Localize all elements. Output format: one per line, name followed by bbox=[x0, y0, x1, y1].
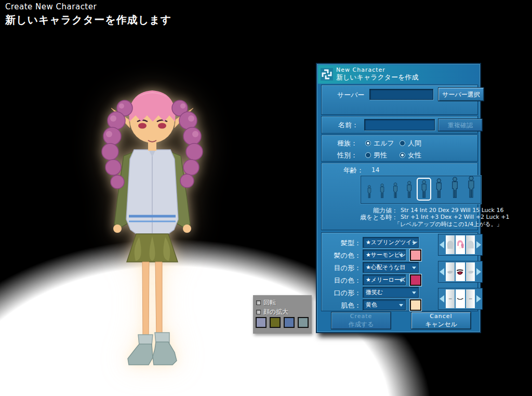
chevron-down-icon bbox=[399, 254, 403, 257]
page-title-en: Create New Character bbox=[5, 2, 171, 11]
arrow-left-icon[interactable] bbox=[438, 261, 445, 282]
screen: Create New Character 新しいキャラクターを作成します New… bbox=[0, 0, 532, 396]
rotate-checkbox[interactable]: 回転 bbox=[256, 298, 276, 307]
character-render bbox=[66, 68, 238, 369]
name-input[interactable] bbox=[364, 119, 435, 130]
checkbox-icon bbox=[256, 300, 261, 305]
hair-preview-prev bbox=[446, 235, 455, 254]
age-figure[interactable] bbox=[389, 180, 402, 201]
dialog-title-en: New Character bbox=[336, 67, 418, 74]
age-figure[interactable] bbox=[402, 179, 416, 201]
mouth-preview-next bbox=[466, 289, 475, 308]
gender-label: 性別： bbox=[337, 151, 357, 160]
race-option-human[interactable]: 人間 bbox=[400, 139, 421, 148]
eye-preview-current bbox=[456, 262, 464, 281]
new-character-dialog: New Character 新しいキャラクターを作成 サーバー サーバー選択 名… bbox=[316, 63, 481, 333]
person-icon bbox=[392, 182, 399, 199]
server-input[interactable] bbox=[369, 89, 433, 100]
age-figure[interactable] bbox=[463, 174, 480, 201]
dialog-header: New Character 新しいキャラクターを作成 bbox=[318, 65, 479, 84]
hair-style-dropdown[interactable]: ★スプリングツインテール bbox=[363, 237, 419, 248]
gender-option-male[interactable]: 男性 bbox=[365, 151, 387, 160]
chevron-down-icon bbox=[399, 279, 403, 282]
chevron-down-icon bbox=[412, 292, 416, 294]
background-color-swatch[interactable] bbox=[256, 317, 267, 328]
age-value: 14 bbox=[371, 166, 379, 174]
race-option-elf[interactable]: エルフ bbox=[365, 139, 394, 148]
hair-preview-carousel bbox=[438, 234, 483, 256]
server-section: サーバー サーバー選択 bbox=[321, 85, 478, 115]
radio-icon bbox=[400, 140, 405, 146]
mouth-ghost-image bbox=[446, 296, 455, 301]
hair-preview-next bbox=[466, 235, 475, 254]
mouth-preview-prev bbox=[446, 289, 455, 308]
duplicate-check-button[interactable]: 重複確認 bbox=[438, 119, 482, 131]
age-figure[interactable] bbox=[363, 183, 376, 201]
mouth-preview-current bbox=[456, 289, 464, 308]
arrow-right-icon[interactable] bbox=[475, 288, 482, 309]
hair-ghost-image bbox=[446, 239, 455, 250]
age-figure[interactable] bbox=[417, 178, 431, 201]
aging-values: Str +1 Int +3 Dex +2 Will +2 Luck +1 bbox=[401, 214, 510, 220]
age-figure[interactable] bbox=[376, 181, 389, 201]
age-section: 年齢： 14 能力値： Str 14 Int 20 Dex 29 Will 15… bbox=[321, 163, 478, 230]
view-controls-panel: 回転 顔の拡大 bbox=[253, 295, 312, 334]
mouth-shape-dropdown[interactable]: 微笑む bbox=[363, 287, 419, 298]
gender-option-female[interactable]: 女性 bbox=[400, 151, 421, 160]
face-zoom-checkbox[interactable]: 顔の拡大 bbox=[256, 308, 288, 316]
chevron-down-icon bbox=[412, 242, 416, 244]
chevron-down-icon bbox=[412, 267, 416, 269]
name-label: 名前： bbox=[338, 121, 358, 130]
eye-color-label: 目の色： bbox=[326, 276, 361, 285]
race-gender-section: 種族： エルフ 人間 性別： 男性 女性 bbox=[321, 135, 478, 162]
mouth-preview-carousel bbox=[438, 288, 483, 310]
stats-values: Str 14 Int 20 Dex 29 Will 15 Luck 16 bbox=[401, 207, 503, 214]
arrow-left-icon[interactable] bbox=[438, 234, 445, 255]
eye-shape-dropdown[interactable]: ★心配そうな目 bbox=[363, 262, 419, 273]
person-icon bbox=[466, 176, 476, 199]
radio-icon bbox=[365, 152, 371, 158]
checkbox-icon bbox=[256, 310, 261, 314]
person-icon bbox=[405, 181, 413, 199]
hair-color-swatch[interactable] bbox=[410, 249, 421, 261]
skin-color-swatch[interactable] bbox=[410, 299, 421, 311]
eye-preview-image bbox=[456, 268, 464, 276]
page-title-ja: 新しいキャラクターを作成します bbox=[5, 13, 171, 27]
mouth-ghost-image bbox=[466, 296, 475, 301]
cancel-button[interactable]: Cancel キャンセル bbox=[411, 312, 471, 329]
person-icon bbox=[450, 177, 460, 199]
hair-color-dropdown[interactable]: ★サーモンピンク bbox=[363, 249, 406, 260]
appearance-section: 髪型： ★スプリングツインテール 髪の色： ★サーモンピンク 目の形： ★心配そ… bbox=[321, 232, 478, 311]
eye-preview-prev bbox=[446, 262, 455, 281]
mouth-shape-label: 口の形： bbox=[326, 288, 361, 298]
knot-icon bbox=[321, 68, 333, 81]
background-color-swatch[interactable] bbox=[284, 317, 295, 328]
skin-color-dropdown[interactable]: 黄色 bbox=[363, 299, 406, 310]
eye-preview-carousel bbox=[438, 261, 483, 283]
create-button[interactable]: Create 作成する bbox=[331, 312, 391, 329]
aging-label: 歳をとる時： bbox=[337, 213, 398, 222]
skin-color-label: 肌色： bbox=[326, 301, 361, 310]
dialog-title-ja: 新しいキャラクターを作成 bbox=[336, 74, 418, 82]
hair-ghost-image bbox=[466, 239, 475, 250]
levelup-note: 「レベルアップの時はこの1/4上がる。」 bbox=[394, 220, 502, 228]
race-label: 種族： bbox=[337, 139, 357, 148]
eye-shape-label: 目の形： bbox=[326, 263, 361, 273]
person-icon bbox=[420, 180, 428, 199]
arrow-right-icon[interactable] bbox=[475, 234, 482, 255]
eye-color-dropdown[interactable]: ★メリーローズ bbox=[363, 274, 406, 285]
chevron-down-icon bbox=[399, 304, 403, 307]
age-figure[interactable] bbox=[447, 175, 463, 201]
hair-preview-image bbox=[456, 238, 464, 252]
radio-icon bbox=[365, 140, 371, 146]
arrow-right-icon[interactable] bbox=[475, 261, 482, 282]
background-color-swatch[interactable] bbox=[270, 317, 281, 328]
name-section: 名前： 重複確認 bbox=[321, 116, 478, 134]
server-select-button[interactable]: サーバー選択 bbox=[438, 88, 484, 101]
arrow-left-icon[interactable] bbox=[438, 288, 445, 309]
eye-color-swatch[interactable] bbox=[410, 274, 421, 286]
server-label: サーバー bbox=[337, 90, 365, 100]
background-color-swatch[interactable] bbox=[298, 317, 309, 328]
age-figure[interactable] bbox=[431, 176, 447, 201]
person-icon bbox=[434, 178, 444, 199]
